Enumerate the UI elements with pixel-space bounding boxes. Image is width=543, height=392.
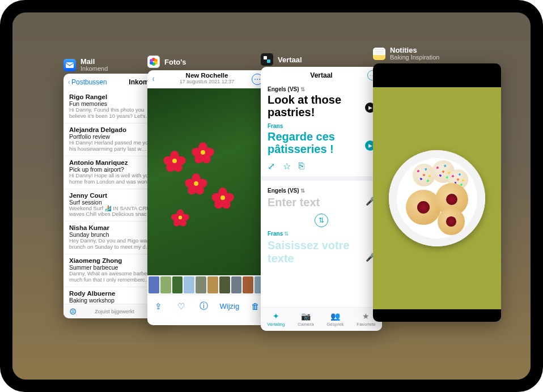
translate-app-card[interactable]: Vertaal ⋯ Engels (VS)⇅ Look at those pas… bbox=[261, 67, 382, 331]
favorite-icon[interactable]: ☆ bbox=[283, 161, 291, 172]
source-text: Look at those pastries! bbox=[268, 93, 375, 118]
divider bbox=[261, 176, 382, 181]
thumbnail[interactable] bbox=[172, 276, 183, 293]
tab-conversation[interactable]: 👥 Gesprek bbox=[326, 312, 343, 327]
thumbnail[interactable] bbox=[207, 276, 218, 293]
info-icon[interactable]: ⓘ bbox=[197, 300, 211, 313]
photo-viewer[interactable] bbox=[147, 88, 266, 275]
notes-app-header: Notities Baking Inspiration bbox=[373, 46, 439, 61]
share-icon[interactable]: ⇪ bbox=[152, 300, 166, 313]
translate-result-block: Engels (VS)⇅ Look at those pastries! ▶ F… bbox=[261, 84, 382, 172]
filter-icon[interactable]: ⊜ bbox=[69, 306, 77, 317]
translate-topbar: Vertaal ⋯ bbox=[261, 67, 382, 84]
photos-app-title: Foto's bbox=[164, 58, 186, 66]
ipad-frame: Mail Inkomend ‹ Postbussen Inkomend Rigo… bbox=[0, 0, 543, 392]
mail-sender: Alejandra Delgado bbox=[69, 126, 160, 133]
translate-actions: ⤢ ☆ ⎘ bbox=[268, 161, 375, 172]
source-language-label[interactable]: Engels (VS)⇅ bbox=[268, 86, 375, 92]
svg-rect-2 bbox=[267, 59, 270, 63]
target-text-input[interactable]: Saisissez votre texte bbox=[268, 239, 375, 265]
expand-icon[interactable]: ⤢ bbox=[268, 161, 275, 172]
people-icon: 👥 bbox=[330, 312, 340, 321]
photos-date: 17 augustus 2021 12:37 bbox=[147, 79, 266, 84]
mail-back-button[interactable]: ‹ Postbussen bbox=[68, 78, 107, 86]
mail-sender: Xiaomeng Zhong bbox=[69, 257, 160, 264]
notes-photo[interactable] bbox=[373, 87, 501, 309]
input-language-label[interactable]: Engels (VS)⇅ bbox=[268, 188, 375, 194]
mail-app-title: Mail bbox=[80, 58, 108, 65]
tab-label: Favoriete bbox=[357, 322, 375, 327]
photos-app-card[interactable]: ‹ New Rochelle 17 augustus 2021 12:37 ⋯ bbox=[147, 70, 266, 325]
mail-app-icon bbox=[63, 59, 76, 71]
heart-icon[interactable]: ♡ bbox=[175, 300, 188, 313]
chevron-left-icon: ‹ bbox=[69, 78, 70, 86]
swap-indicator-icon: ⇅ bbox=[284, 231, 289, 237]
svg-rect-0 bbox=[66, 62, 74, 68]
notes-app-card[interactable] bbox=[373, 63, 501, 322]
photos-location: New Rochelle bbox=[147, 72, 266, 79]
screen: Mail Inkomend ‹ Postbussen Inkomend Rigo… bbox=[12, 12, 531, 380]
thumbnail[interactable] bbox=[149, 276, 159, 293]
tab-camera[interactable]: 📷 Camera bbox=[298, 312, 313, 327]
notes-app-subtitle: Baking Inspiration bbox=[390, 54, 439, 61]
source-text-input[interactable]: Enter text bbox=[268, 196, 375, 209]
mail-subject: Pick up from airport? bbox=[69, 166, 160, 173]
mail-sender: Rody Albuerne bbox=[69, 290, 160, 297]
translate-app-title: Vertaal bbox=[278, 56, 302, 63]
swap-button[interactable]: ⇅ bbox=[315, 214, 328, 227]
mail-preview: Hi Danny, Found this photo you believe i… bbox=[69, 107, 160, 120]
notes-app-icon bbox=[373, 48, 385, 60]
mail-status: Zojuist bijgewerkt bbox=[95, 309, 134, 314]
output-language-label[interactable]: Frans⇅ bbox=[268, 231, 375, 237]
mail-preview: Hi Danny! Herland passed me yo at his ho… bbox=[69, 140, 160, 152]
plate-illustration bbox=[389, 150, 485, 246]
photos-app-icon bbox=[147, 56, 160, 68]
star-icon: ★ bbox=[362, 312, 370, 321]
photos-app-header: Foto's bbox=[147, 56, 186, 68]
swap-indicator-icon: ⇅ bbox=[300, 188, 305, 194]
translate-title: Vertaal bbox=[310, 71, 332, 79]
photos-thumbnail-strip[interactable] bbox=[147, 275, 266, 295]
notes-app-title: Notities bbox=[390, 46, 439, 54]
photos-topbar: ‹ New Rochelle 17 augustus 2021 12:37 ⋯ bbox=[147, 70, 266, 88]
thumbnail[interactable] bbox=[160, 276, 171, 293]
mail-sender: Rigo Rangel bbox=[69, 93, 160, 100]
edit-button[interactable]: Wijzig bbox=[220, 302, 240, 310]
photos-toolbar: ⇪ ♡ ⓘ Wijzig 🗑 bbox=[147, 295, 266, 317]
translate-tab-icon: ✦ bbox=[273, 312, 279, 321]
mail-app-subtitle: Inkomend bbox=[80, 65, 108, 72]
mail-sender: Jenny Court bbox=[69, 192, 160, 199]
mail-subject: Surf session bbox=[69, 199, 160, 206]
translate-app-icon bbox=[261, 53, 273, 66]
camera-icon: 📷 bbox=[301, 312, 311, 321]
mail-subject: Baking workshop bbox=[69, 297, 160, 304]
tab-translate[interactable]: ✦ Vertaling bbox=[267, 312, 285, 327]
mail-back-label: Postbussen bbox=[71, 78, 107, 86]
tab-label: Camera bbox=[298, 322, 313, 327]
target-text: Regarde ces pâtisseries ! bbox=[268, 130, 375, 155]
cookie bbox=[438, 208, 465, 235]
mail-preview: Hi Danny! Hope all is well with yo home … bbox=[69, 173, 160, 185]
app-switcher[interactable]: Mail Inkomend ‹ Postbussen Inkomend Rigo… bbox=[12, 12, 531, 380]
mail-sender: Antonio Manriquez bbox=[69, 159, 160, 166]
target-language-label[interactable]: Frans bbox=[268, 123, 375, 129]
mail-sender: Nisha Kumar bbox=[69, 224, 160, 231]
trash-icon[interactable]: 🗑 bbox=[248, 300, 262, 313]
translate-tabbar: ✦ Vertaling 📷 Camera 👥 Gesprek ★ Favorie… bbox=[261, 307, 382, 331]
thumbnail[interactable] bbox=[219, 276, 230, 293]
translate-input-block: Engels (VS)⇅ Enter text 🎤 ⇅ Frans⇅ Saisi… bbox=[261, 185, 382, 265]
thumbnail[interactable] bbox=[243, 276, 253, 293]
copy-icon[interactable]: ⎘ bbox=[299, 161, 304, 172]
tab-label: Vertaling bbox=[267, 322, 285, 327]
mail-preview: Weekend Surf 🏄 IN SANTA CRU waves Chill … bbox=[69, 206, 160, 218]
thumbnail[interactable] bbox=[196, 276, 206, 293]
swap-indicator-icon: ⇅ bbox=[300, 86, 305, 92]
mail-preview: Danny, What an awesome barbec much fun t… bbox=[69, 271, 160, 283]
tab-label: Gesprek bbox=[326, 322, 343, 327]
translate-app-header: Vertaal bbox=[261, 53, 302, 66]
thumbnail[interactable] bbox=[184, 276, 194, 293]
svg-rect-1 bbox=[264, 56, 267, 59]
thumbnail[interactable] bbox=[231, 276, 242, 293]
photos-back-button[interactable]: ‹ bbox=[152, 74, 154, 84]
mail-preview: Hey Danny, Do you and Rigo wan brunch on… bbox=[69, 238, 160, 250]
